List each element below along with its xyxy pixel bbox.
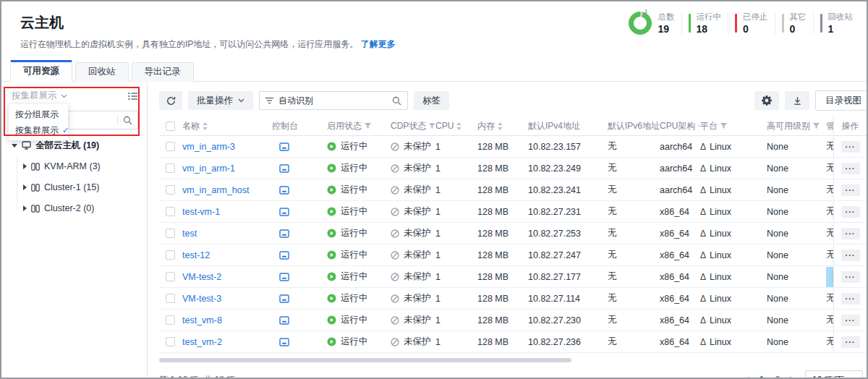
column-header[interactable]: 高可用级别 (767, 120, 826, 132)
bulk-actions-button[interactable]: 批量操作 (188, 91, 253, 110)
row-checkbox[interactable] (166, 315, 175, 325)
open-console-button[interactable] (279, 208, 289, 216)
open-console-button[interactable] (279, 273, 289, 281)
select-all-checkbox[interactable] (166, 122, 175, 131)
row-checkbox[interactable] (166, 207, 175, 216)
running-status-icon (327, 272, 336, 281)
filter-icon[interactable] (365, 123, 371, 129)
vm-name-link[interactable]: test-vm-1 (182, 207, 220, 217)
clipped-cell: 无 (826, 292, 833, 305)
scrollbar-thumb[interactable] (159, 358, 571, 362)
display-mode-option[interactable]: 按分组展示 (9, 106, 68, 122)
content-area: 按集群展示 输入名称搜索 按分组展示 按集群展示✓ 全部云主机 (19) (1, 82, 867, 378)
row-checkbox[interactable] (166, 294, 175, 303)
pagination-prev-icon[interactable] (743, 376, 752, 379)
vm-name-link[interactable]: test-12 (182, 250, 210, 260)
refresh-button[interactable] (159, 91, 182, 110)
page-number-1[interactable]: 1 (755, 375, 768, 379)
open-console-button[interactable] (279, 164, 289, 173)
row-checkbox[interactable] (166, 337, 175, 346)
row-actions-button[interactable]: ··· (841, 250, 860, 261)
vm-name-link[interactable]: test_vm-8 (182, 315, 222, 325)
vm-name-link[interactable]: vm_in_arm-3 (182, 142, 235, 152)
search-icon[interactable] (123, 116, 132, 125)
filter-icon[interactable] (813, 123, 820, 129)
row-checkbox[interactable] (166, 185, 175, 195)
row-actions-button[interactable]: ··· (841, 271, 860, 283)
sort-icon[interactable] (498, 122, 503, 130)
vm-name-link[interactable]: VM-test-3 (182, 294, 221, 304)
row-checkbox[interactable] (166, 163, 175, 173)
column-header[interactable]: 名称 (182, 120, 272, 132)
open-console-button[interactable] (279, 229, 289, 238)
cpu-cell: 1 (435, 142, 477, 152)
open-console-button[interactable] (279, 338, 289, 346)
vm-name-link[interactable]: VM-test-2 (182, 272, 221, 282)
tag-button[interactable]: 标签 (414, 91, 449, 110)
filter-icon[interactable] (720, 123, 727, 129)
row-actions-button[interactable]: ··· (841, 228, 860, 239)
list-view-icon[interactable] (128, 92, 138, 101)
row-actions-button[interactable]: ··· (841, 163, 860, 174)
sort-icon[interactable] (203, 122, 208, 130)
row-actions-button[interactable]: ··· (841, 206, 860, 218)
row-checkbox[interactable] (166, 250, 175, 260)
column-header[interactable]: CPU架构 (660, 120, 700, 132)
open-console-button[interactable] (279, 186, 289, 195)
page-size-select[interactable]: 10 项/页 (805, 370, 863, 379)
column-header[interactable]: 平台 (700, 120, 767, 132)
row-actions-button[interactable]: ··· (841, 141, 860, 153)
tree-item[interactable]: Cluster-1 (15) (1, 180, 147, 195)
export-button[interactable] (785, 91, 809, 110)
caret-right-icon[interactable] (23, 184, 27, 190)
tree-item[interactable]: 全部云主机 (19) (1, 138, 147, 153)
pagination-next-icon[interactable] (787, 376, 796, 379)
vm-name-link[interactable]: test_vm-2 (182, 337, 222, 347)
caret-down-icon[interactable] (12, 144, 17, 148)
vm-name-link[interactable]: vm_in_arm_host (182, 185, 249, 195)
directory-view-button[interactable]: 目录视图 (815, 90, 868, 111)
arch-cell: aarch64 (660, 185, 700, 195)
sort-icon[interactable] (456, 122, 461, 130)
settings-button[interactable] (754, 91, 779, 110)
row-actions-button[interactable]: ··· (841, 184, 860, 196)
tab-2[interactable]: 导出记录 (132, 62, 194, 82)
running-status-icon (327, 142, 336, 151)
open-console-button[interactable] (279, 294, 289, 303)
tree-item[interactable]: KVM-ARM (3) (1, 159, 147, 174)
column-header[interactable]: CPU (435, 121, 477, 131)
unprotected-status-icon (391, 273, 399, 281)
column-header[interactable]: 内存 (477, 120, 528, 132)
open-console-button[interactable] (279, 316, 289, 325)
row-checkbox[interactable] (166, 142, 175, 151)
tab-0[interactable]: 可用资源 (10, 60, 72, 82)
caret-right-icon[interactable] (23, 205, 27, 211)
platform-cell: ΔLinux (700, 272, 767, 282)
vm-name-link[interactable]: test (182, 229, 197, 239)
caret-right-icon[interactable] (23, 163, 27, 169)
search-icon[interactable] (392, 96, 401, 106)
tab-1[interactable]: 回收站 (75, 62, 129, 82)
arch-cell: x86_64 (660, 229, 700, 239)
column-header: 默认IPv4地址 (528, 120, 608, 132)
open-console-button[interactable] (279, 251, 289, 260)
vm-name-link[interactable]: vm_in_arm-1 (182, 163, 235, 174)
row-checkbox[interactable] (166, 229, 175, 238)
row-actions-button[interactable]: ··· (841, 336, 860, 348)
arch-cell: x86_64 (660, 315, 700, 325)
row-checkbox[interactable] (166, 272, 175, 281)
learn-more-link[interactable]: 了解更多 (361, 39, 396, 49)
column-header[interactable]: CDP状态 (391, 120, 435, 132)
row-actions-button[interactable]: ··· (841, 315, 860, 326)
filter-icon[interactable] (429, 123, 435, 129)
page-number-2[interactable]: 2 (771, 375, 784, 379)
open-console-button[interactable] (279, 142, 289, 151)
row-actions-button[interactable]: ··· (841, 293, 860, 305)
display-mode-option[interactable]: 按集群展示✓ (9, 122, 68, 138)
tree-item[interactable]: Cluster-2 (0) (1, 201, 147, 216)
stat-color-bar (782, 14, 784, 33)
column-header[interactable]: 启用状态 (327, 120, 391, 132)
vm-search-input[interactable]: 自动识别 (259, 91, 408, 110)
linux-icon: Δ (700, 207, 706, 217)
display-mode-selector[interactable]: 按集群展示 (12, 90, 67, 102)
